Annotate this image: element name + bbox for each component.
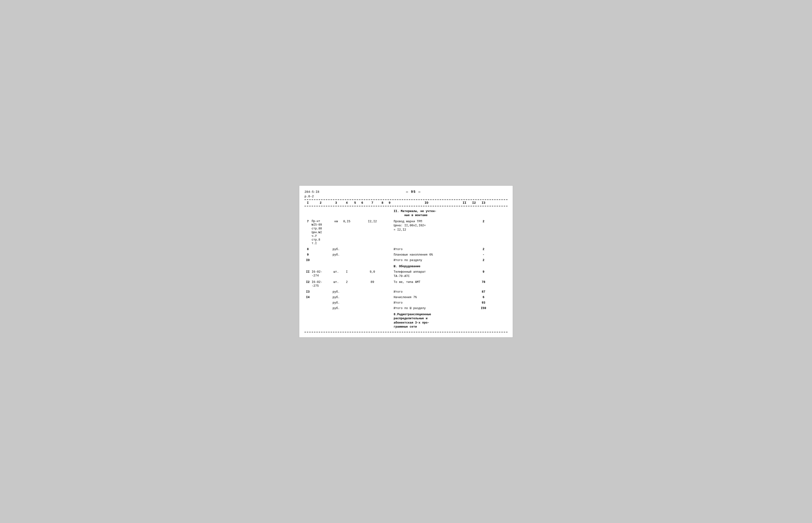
row-11-total: 9 [479, 270, 488, 274]
row-9: 9 руб. Плановые накопления 6% - [305, 253, 507, 257]
row-11: II I6-02--274 шт. I 9,0 Телефонный аппар… [305, 270, 507, 278]
row-8: 8 руб. Итого 2 [305, 247, 507, 252]
row-it3-unit: руб. [330, 306, 342, 310]
row-12-price: 89 [366, 280, 379, 284]
col-header-7: 7 [366, 201, 379, 205]
row-8-desc: Итого [393, 248, 460, 252]
doc-ref: 284-5-I8 р.8-2 [305, 190, 319, 198]
section-iii-title: Ш. Оборудование [305, 264, 507, 269]
bottom-divider [305, 332, 507, 332]
row-it1-desc: Итого [393, 301, 460, 305]
row-9-num: 9 [305, 253, 311, 257]
row-14-total: 6 [479, 295, 488, 300]
col-header-2: 2 [311, 201, 330, 205]
row-14-unit: руб. [330, 295, 342, 300]
row-14: I4 руб. Начисления 7% 6 [305, 295, 507, 300]
row-7-unit: км [330, 220, 342, 224]
row-13-desc: Итого [393, 290, 460, 294]
row-itogo-iii: руб. Итого по Ш разделу I59 [305, 306, 507, 311]
row-it3-desc: Итого по Ш разделу [393, 306, 460, 310]
row-10-desc: Итого по разделу [393, 258, 460, 263]
row-10: IO Итого по разделу 2 [305, 258, 507, 263]
row-it3-total: I59 [479, 306, 488, 310]
row-9-desc: Плановые накопления 6% [393, 253, 460, 257]
section-8-title: 8.Радиотрансляционныераспределительные и… [305, 312, 507, 329]
row-12-num: I2 [305, 280, 311, 284]
col-header-1: I [305, 201, 311, 205]
section-8-label: 8.Радиотрансляционныераспределительные и… [393, 312, 460, 329]
column-headers: I 2 3 4 5 6 7 8 9 IO II I2 I3 [305, 201, 507, 205]
row-13-total: 87 [479, 290, 488, 294]
row-12: I2 I6-02--275 шт. 2 89 То же, типа АМТ 7… [305, 280, 507, 288]
row-7-price: I2,I2 [366, 220, 379, 224]
row-7-total: 2 [479, 220, 488, 224]
document-header: 284-5-I8 р.8-2 — 95 — [305, 190, 507, 198]
row-12-qty: 2 [342, 280, 351, 284]
section-iii-label: Ш. Оборудование [393, 265, 460, 269]
col-header-6: 6 [359, 201, 366, 205]
row-7: 7 Пр-нт№I5-09стр.88Цен.№Iч.Устр.8т.I км … [305, 219, 507, 246]
page-number: — 95 — [406, 190, 421, 194]
row-9-unit: руб. [330, 253, 342, 257]
col-header-11: II [460, 201, 469, 205]
row-it1-total: 93 [479, 301, 488, 305]
row-11-ref: I6-02--274 [311, 270, 330, 278]
row-11-qty: I [342, 270, 351, 274]
col-header-13: I3 [479, 201, 488, 205]
col-header-8: 8 [379, 201, 386, 205]
section-ii-label: II. Материалы, не учтен- ные в монтаже [393, 210, 460, 218]
row-13-num: I3 [305, 290, 311, 294]
section-ii-title: II. Материалы, не учтен- ные в монтаже [305, 209, 507, 218]
row-itogo-1: руб. Итого 93 [305, 301, 507, 305]
row-11-unit: шт. [330, 270, 342, 274]
row-14-desc: Начисления 7% [393, 295, 460, 300]
row-11-num: II [305, 270, 311, 274]
row-12-unit: шт. [330, 280, 342, 284]
row-12-desc: То же, типа АМТ [393, 280, 460, 284]
row-7-num: 7 [305, 220, 311, 224]
content-area: II. Материалы, не учтен- ные в монтаже 7… [305, 208, 507, 329]
row-8-total: 2 [479, 248, 488, 252]
row-7-qty: 0,I5 [342, 220, 351, 224]
row-11-price: 9,0 [366, 270, 379, 274]
row-8-unit: руб. [330, 248, 342, 252]
col-header-4: 4 [342, 201, 351, 205]
col-header-3: 3 [330, 201, 342, 205]
header-divider-bottom [305, 206, 507, 206]
row-12-total: 78 [479, 280, 488, 284]
row-8-num: 8 [305, 248, 311, 252]
col-header-5: 5 [351, 201, 359, 205]
row-7-ref: Пр-нт№I5-09стр.88Цен.№Iч.Устр.8т.I [311, 220, 330, 246]
row-12-ref: I6-02--275 [311, 280, 330, 288]
row-14-num: I4 [305, 295, 311, 300]
col-header-10: IO [393, 201, 460, 205]
row-11-desc: Телефонный аппаратТА-70-АТС [393, 270, 460, 278]
row-13: I3 руб. Итого 87 [305, 290, 507, 294]
row-9-total: - [479, 253, 488, 257]
col-header-9: 9 [386, 201, 393, 205]
row-it1-unit: руб. [330, 301, 342, 305]
row-7-desc: Провод марки ТРПЦена: II,00хI,I02== I2,I… [393, 220, 460, 232]
header-divider-top [305, 199, 507, 200]
document-page: 284-5-I8 р.8-2 — 95 — I 2 3 4 5 6 7 8 9 … [299, 185, 513, 337]
row-13-unit: руб. [330, 290, 342, 294]
col-header-12: I2 [469, 201, 479, 205]
row-10-total: 2 [479, 258, 488, 263]
row-10-num: IO [305, 258, 311, 263]
